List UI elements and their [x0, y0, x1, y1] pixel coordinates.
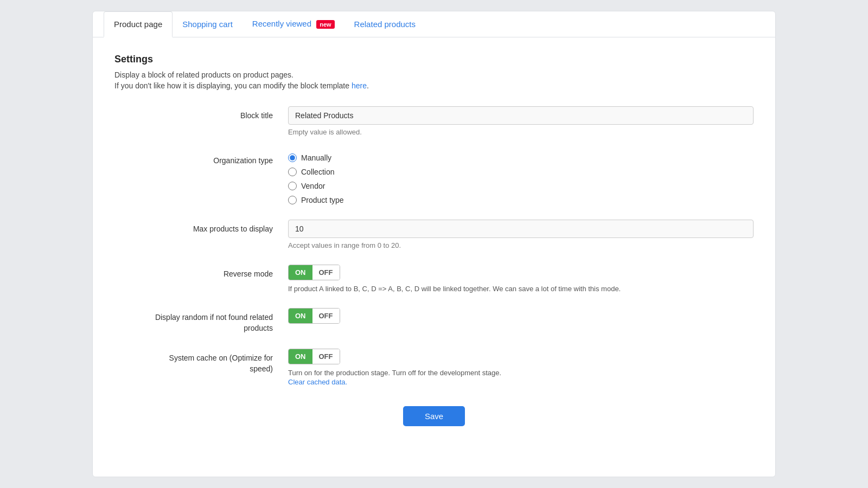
radio-vendor-label: Vendor	[301, 182, 325, 190]
reverse-mode-field: ON OFF If product A linked to B, C, D =>…	[288, 265, 754, 293]
new-badge: new	[316, 20, 334, 29]
display-random-on[interactable]: ON	[289, 309, 312, 323]
radio-collection-input[interactable]	[288, 168, 297, 176]
block-title-label: Block title	[114, 106, 288, 121]
clear-cached-suffix: .	[346, 378, 348, 386]
reverse-mode-row: Reverse mode ON OFF If product A linked …	[114, 265, 754, 293]
content-area: Settings Display a block of related prod…	[93, 37, 775, 448]
max-products-row: Max products to display Accept values in…	[114, 220, 754, 249]
form-section: Block title Empty value is allowed. Orga…	[114, 106, 754, 387]
block-title-row: Block title Empty value is allowed.	[114, 106, 754, 136]
tab-shopping-cart[interactable]: Shopping cart	[173, 12, 242, 37]
block-title-hint: Empty value is allowed.	[288, 128, 754, 136]
system-cache-off[interactable]: OFF	[312, 349, 340, 364]
tab-recently-viewed[interactable]: Recently viewed new	[242, 11, 344, 37]
system-cache-on[interactable]: ON	[289, 349, 312, 364]
max-products-input[interactable]	[288, 220, 754, 238]
radio-product-type-label: Product type	[301, 196, 344, 204]
reverse-mode-off[interactable]: OFF	[312, 265, 340, 280]
radio-vendor[interactable]: Vendor	[288, 182, 754, 190]
system-cache-row: System cache on (Optimize for speed) ON …	[114, 349, 754, 387]
main-card: Product page Shopping cart Recently view…	[92, 11, 776, 477]
radio-collection[interactable]: Collection	[288, 168, 754, 176]
system-cache-description: Turn on for the production stage. Turn o…	[288, 369, 754, 377]
modifier-suffix: .	[367, 81, 369, 90]
radio-product-type[interactable]: Product type	[288, 196, 754, 204]
radio-manually-label: Manually	[301, 153, 331, 162]
block-title-field: Empty value is allowed.	[288, 106, 754, 136]
radio-manually[interactable]: Manually	[288, 153, 754, 162]
modifier-text: If you don't like how it is displaying, …	[114, 81, 352, 90]
display-random-field: ON OFF	[288, 308, 754, 324]
radio-manually-input[interactable]	[288, 153, 297, 162]
system-cache-label: System cache on (Optimize for speed)	[114, 349, 288, 374]
radio-product-type-input[interactable]	[288, 196, 297, 204]
system-cache-toggle[interactable]: ON OFF	[288, 349, 340, 364]
organization-type-field: Manually Collection Vendor Product	[288, 151, 754, 204]
tab-related-products[interactable]: Related products	[344, 12, 425, 37]
tabs-bar: Product page Shopping cart Recently view…	[93, 11, 775, 37]
display-random-label: Display random if not found related prod…	[114, 308, 288, 333]
max-products-field: Accept values in range from 0 to 20.	[288, 220, 754, 249]
reverse-mode-description: If product A linked to B, C, D => A, B, …	[288, 285, 754, 293]
reverse-mode-label: Reverse mode	[114, 265, 288, 280]
reverse-mode-on[interactable]: ON	[289, 265, 312, 280]
clear-cached-data-label: Clear cached data	[288, 378, 346, 386]
settings-title: Settings	[114, 54, 754, 65]
tab-recently-viewed-label: Recently viewed	[252, 19, 311, 28]
display-random-row: Display random if not found related prod…	[114, 308, 754, 333]
clear-cached-data-link[interactable]: Clear cached data.	[288, 378, 347, 386]
save-button[interactable]: Save	[403, 406, 465, 426]
organization-type-row: Organization type Manually Collection	[114, 151, 754, 204]
settings-modifier: If you don't like how it is displaying, …	[114, 81, 754, 90]
radio-group: Manually Collection Vendor Product	[288, 151, 754, 204]
radio-vendor-input[interactable]	[288, 182, 297, 190]
save-row: Save	[114, 406, 754, 426]
block-title-input[interactable]	[288, 106, 754, 125]
organization-type-label: Organization type	[114, 151, 288, 166]
display-random-off[interactable]: OFF	[312, 309, 340, 323]
display-random-toggle[interactable]: ON OFF	[288, 308, 340, 324]
settings-description: Display a block of related products on p…	[114, 70, 754, 79]
system-cache-field: ON OFF Turn on for the production stage.…	[288, 349, 754, 387]
modifier-link[interactable]: here	[352, 81, 367, 90]
max-products-hint: Accept values in range from 0 to 20.	[288, 241, 754, 249]
max-products-label: Max products to display	[114, 220, 288, 235]
radio-collection-label: Collection	[301, 168, 334, 176]
reverse-mode-toggle[interactable]: ON OFF	[288, 265, 340, 280]
tab-product-page[interactable]: Product page	[104, 11, 173, 37]
